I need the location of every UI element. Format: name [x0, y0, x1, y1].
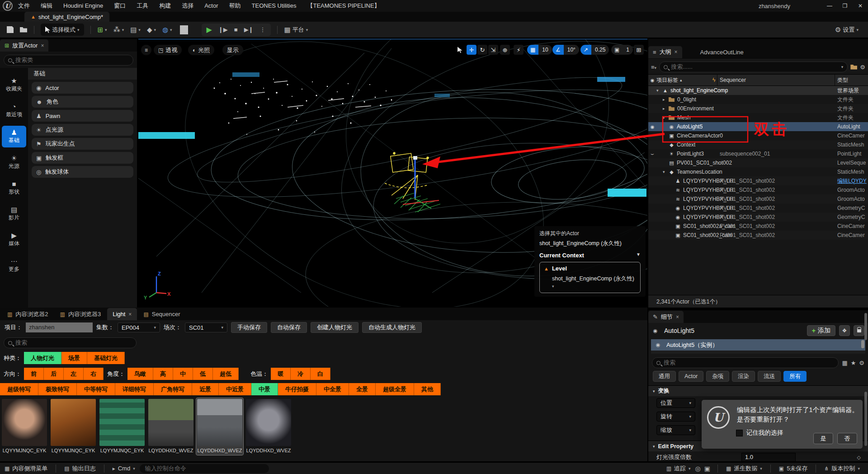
shot-type-chip[interactable]: 超级全景 [376, 383, 414, 395]
direction-chip[interactable]: 后 [44, 368, 64, 380]
skip-button[interactable]: ▶❙ [241, 24, 257, 36]
direction-chip[interactable]: 前 [24, 368, 44, 380]
list-item[interactable]: 触发框 [32, 152, 133, 164]
remember-checkbox[interactable] [736, 430, 743, 436]
details-search-input[interactable]: 搜索 [652, 357, 839, 368]
grid-snap-value[interactable]: 10 [538, 45, 552, 55]
asset-thumbnail[interactable]: LQYYMJNQC_EYK [1, 398, 48, 455]
filter-chip[interactable]: 通用 [653, 371, 676, 382]
list-item[interactable]: 触发球体 [32, 166, 133, 178]
shot-type-chip[interactable]: 详细特写 [115, 383, 154, 395]
move-tool-button[interactable]: ✛ [467, 45, 476, 55]
angle-chip[interactable]: 低 [193, 368, 213, 380]
asset-thumbnail[interactable]: LQYDDHXD_WVEZ [147, 398, 194, 455]
output-log-button[interactable]: ▤ 输出日志 [60, 463, 100, 474]
shot-type-chip[interactable]: 全景 [349, 383, 376, 395]
blueprint-dropdown[interactable]: ⁂▾ [110, 24, 127, 36]
table-row[interactable]: LQYDYPVYHBX_LH PV001_SC01_shot002 GroomA… [648, 194, 868, 204]
expander-arrow-icon[interactable] [663, 170, 668, 174]
table-row[interactable]: LQYDYPVYHBX_LH PV001_SC01_shot002 Geomet… [648, 204, 868, 213]
shot-type-chip[interactable]: 极致特写 [38, 383, 77, 395]
asset-thumbnail[interactable]: LQYDDHXD_WVEZ [245, 398, 292, 455]
list-item[interactable]: Actor [32, 82, 133, 94]
table-row[interactable]: Context StaticMesh [648, 140, 868, 149]
menu-item[interactable]: 选择 [176, 0, 199, 12]
trace-dropdown[interactable]: ▥ 追踪▾ [662, 463, 695, 474]
quad-view-button[interactable]: ⊞ [634, 45, 644, 55]
menu-item[interactable]: Actor [199, 0, 223, 12]
menu-item[interactable]: 窗口 [108, 0, 131, 12]
close-icon[interactable]: × [675, 49, 678, 55]
visibility-eye-icon[interactable] [648, 151, 656, 157]
angle-chip[interactable]: 鸟瞰 [127, 368, 153, 380]
angle-chip[interactable]: 超低 [213, 368, 239, 380]
sequencer-column-header[interactable]: Sequencer [720, 77, 746, 83]
filter-chip[interactable]: 流送 [758, 371, 781, 382]
close-button[interactable]: ✕ [853, 0, 868, 12]
place-actor-search-input[interactable]: 搜索类 [4, 55, 133, 66]
category-item[interactable]: 影片 [2, 203, 26, 225]
settings-dropdown[interactable]: ⚙ 设置 ▾ [832, 24, 862, 36]
visibility-column-icon[interactable] [648, 78, 656, 83]
details-tab[interactable]: ✎ 细节 × [648, 311, 684, 323]
content-drawer-button[interactable]: ▦ 内容侧滑菜单 [0, 463, 52, 474]
menu-item[interactable]: 文件 [13, 0, 35, 12]
camera-speed-value[interactable]: 1 [623, 45, 633, 55]
outliner-search-input[interactable]: 搜索...... ▾ [659, 62, 848, 72]
level-value-dropdown[interactable]: shot_light_EngineComp (永久性) ▾ [552, 275, 636, 289]
action-button[interactable]: 创建人物灯光 [311, 322, 359, 333]
episode-select[interactable]: EP004▾ [118, 322, 160, 332]
angle-snap-control[interactable]: ∠ 10° [552, 45, 579, 55]
play-button[interactable]: ▶ [203, 24, 215, 36]
add-component-button[interactable]: +添加 [807, 325, 835, 336]
table-row[interactable]: LQYDYPVYHBX_LH PV001_SC01_shot002 编辑LQYD… [648, 176, 868, 185]
expander-arrow-icon[interactable] [663, 97, 668, 102]
temperature-chip[interactable]: 暖 [271, 368, 291, 380]
asset-thumbnail[interactable]: LQYDDHXD_WVEZ [196, 398, 243, 455]
direction-chip[interactable]: 右 [84, 368, 104, 380]
expander-arrow-icon[interactable] [663, 106, 668, 111]
stop-button[interactable]: ■ [231, 24, 241, 36]
table-row[interactable]: LQYDYPVYHBX_LH PV001_SC01_shot002 Geomet… [648, 213, 868, 222]
shot-type-chip[interactable]: 中景 [251, 383, 278, 395]
shot-type-chip[interactable]: 中全景 [316, 383, 349, 395]
save-button[interactable] [4, 24, 17, 36]
table-row[interactable]: PointLight3 subsequence002_01 PointLight [648, 149, 868, 158]
component-instance-row[interactable]: AutoLight5（实例） [651, 339, 865, 351]
shot-type-chip[interactable]: 近景 [192, 383, 219, 395]
shot-type-chip[interactable]: 广角特写 [154, 383, 192, 395]
insights-icon[interactable]: ◎ [695, 465, 701, 472]
type-column-header[interactable]: 类型 [837, 76, 848, 84]
play-options-button[interactable]: ⋮ [257, 24, 269, 36]
list-item[interactable]: 点光源 [32, 124, 133, 136]
angle-chip[interactable]: 高 [153, 368, 173, 380]
cmd-dropdown[interactable]: ▸ Cmd▾ [108, 463, 140, 474]
close-icon[interactable]: × [676, 314, 679, 320]
current-context-header[interactable]: Current Context▼ [539, 252, 641, 259]
frame-step-button[interactable]: ❙▶ [215, 24, 231, 36]
filter-icon[interactable]: ≡▾ [651, 64, 656, 71]
table-row[interactable]: 0_0light 文件夹 [648, 95, 868, 104]
lit-mode-dropdown[interactable]: ◐ 光照 [188, 45, 214, 55]
shot-type-chip[interactable]: 牛仔拍摄 [278, 383, 316, 395]
viewport[interactable]: Z X Y ≡ ◳ 透视 ◐ 光照 显示 ✛ ↻ ⇲ ⊕ ⚡ ▦ 10 [138, 39, 647, 307]
filter-chip[interactable]: Actor [679, 371, 703, 382]
details-settings-gear-icon[interactable]: ⚙ [859, 360, 864, 366]
temperature-chip[interactable]: 冷 [291, 368, 311, 380]
filter-chip[interactable]: 渲染 [732, 371, 755, 382]
kind-chip[interactable]: 基础灯光 [87, 352, 125, 364]
minimize-button[interactable]: — [822, 0, 837, 12]
category-item[interactable]: 光源 [2, 152, 26, 173]
list-item[interactable]: 玩家出生点 [32, 138, 133, 150]
menu-item[interactable]: 【TEAMONES PIPELINE】 [302, 0, 386, 12]
menu-item[interactable]: Houdini Engine [58, 0, 108, 12]
snapshot-icon[interactable]: ▣ [704, 465, 710, 472]
camera-speed-control[interactable]: ▣ 1 [611, 45, 633, 55]
expander-arrow-icon[interactable] [656, 88, 662, 93]
kind-chip[interactable]: 人物灯光 [24, 352, 61, 364]
table-row[interactable]: SC01_shot002a_cam PV001_SC01_shot002 Cin… [648, 222, 868, 231]
list-item[interactable]: 角色 [32, 96, 133, 108]
filter-chip[interactable]: 所有 [783, 371, 807, 382]
temperature-chip[interactable]: 白 [311, 368, 330, 380]
maximize-button[interactable]: ❐ [837, 0, 853, 12]
